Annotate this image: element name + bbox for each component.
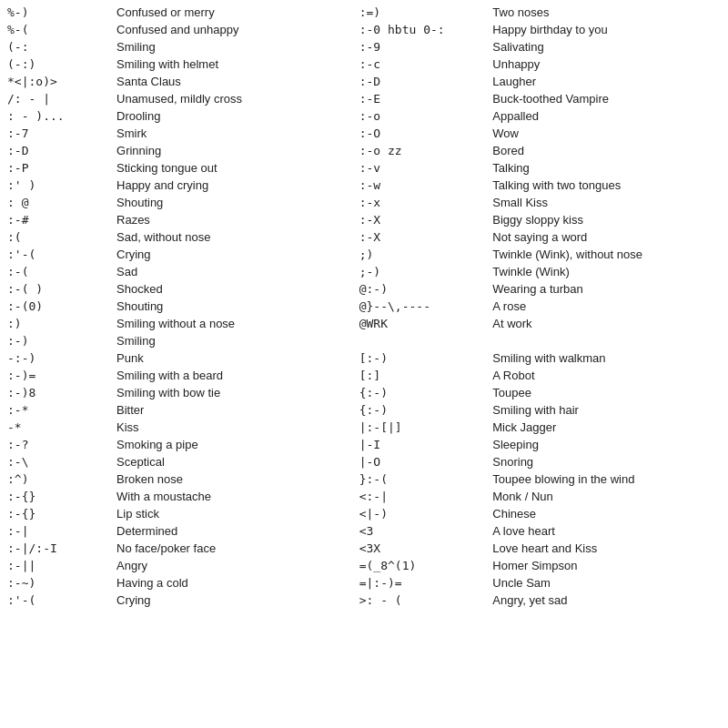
emoticon-description-left: Smoking a pipe (109, 436, 352, 453)
emoticon-symbol-right: :-O (352, 125, 486, 142)
emoticon-description-left: Confused and unhappy (109, 21, 352, 38)
emoticon-description-left: Sad, without nose (109, 228, 352, 246)
emoticon-symbol-right: :-D (352, 73, 486, 90)
table-row: :^)Broken nose}:-(Toupee blowing in the … (0, 470, 728, 488)
table-row: : @Shouting:-xSmall Kiss (0, 194, 728, 211)
emoticon-description-right: Small Kiss (485, 194, 728, 211)
emoticon-description-right: Mick Jagger (485, 419, 728, 436)
emoticon-description-left: Sceptical (109, 453, 352, 470)
emoticon-symbol-right: |:-[|] (352, 419, 486, 436)
emoticon-description-right: Snoring (485, 453, 728, 470)
emoticon-symbol-left: :-( ) (0, 280, 109, 298)
table-row: :-~)Having a cold=|:-)=Uncle Sam (0, 574, 728, 592)
emoticon-symbol-right (352, 332, 486, 349)
emoticon-symbol-right: ;-) (352, 263, 486, 280)
table-row: :-7Smirk:-OWow (0, 125, 728, 142)
emoticon-description-right: Unhappy (485, 56, 728, 73)
table-row: :-{}With a moustache<:-|Monk / Nun (0, 488, 728, 505)
emoticons-table: %-)Confused or merry:=)Two noses%-(Confu… (0, 4, 728, 609)
emoticon-symbol-left: :-{} (0, 488, 109, 505)
emoticon-description-right: Smiling with hair (485, 401, 728, 419)
emoticon-symbol-right: <:-| (352, 488, 486, 505)
emoticon-description-right: Talking (485, 159, 728, 177)
emoticon-description-left: Smiling with bow tie (109, 384, 352, 401)
emoticon-symbol-left: :( (0, 228, 109, 246)
table-row: /: - |Unamused, mildly cross:-EBuck-toot… (0, 90, 728, 107)
emoticon-symbol-left: -* (0, 419, 109, 436)
emoticon-description-left: Smiling without a nose (109, 315, 352, 332)
emoticon-description-left: No face/poker face (109, 540, 352, 557)
emoticon-description-left: Drooling (109, 107, 352, 125)
emoticon-description-left: Determined (109, 522, 352, 540)
emoticon-description-right: Toupee blowing in the wind (485, 470, 728, 488)
emoticon-symbol-left: :-~) (0, 574, 109, 592)
emoticon-description-left: Smiling with helmet (109, 56, 352, 73)
table-row: :-#Razes:-XBiggy sloppy kiss (0, 211, 728, 228)
emoticon-description-left: Having a cold (109, 574, 352, 592)
emoticon-symbol-right: :=) (352, 4, 486, 21)
emoticon-description-right: Chinese (485, 505, 728, 522)
emoticon-symbol-left: :-? (0, 436, 109, 453)
table-row: -:-)Punk[:-)Smiling with walkman (0, 349, 728, 367)
emoticon-symbol-left: %-( (0, 21, 109, 38)
table-row: :-|Determined<3A love heart (0, 522, 728, 540)
emoticon-symbol-right: >: - ( (352, 592, 486, 609)
emoticon-symbol-right: :-E (352, 90, 486, 107)
table-row: :-?Smoking a pipe|-ISleeping (0, 436, 728, 453)
emoticon-description-left: Unamused, mildly cross (109, 90, 352, 107)
emoticon-description-right (485, 332, 728, 349)
emoticon-description-right: Two noses (485, 4, 728, 21)
emoticon-description-right: Wow (485, 125, 728, 142)
emoticon-symbol-left: :-7 (0, 125, 109, 142)
emoticon-symbol-left: (-: (0, 38, 109, 56)
emoticon-symbol-left: :-| (0, 522, 109, 540)
emoticon-description-right: Monk / Nun (485, 488, 728, 505)
table-row: :-)=Smiling with a beard[:]A Robot (0, 367, 728, 384)
table-row: (-:)Smiling with helmet:-cUnhappy (0, 56, 728, 73)
emoticon-symbol-right: <|-) (352, 505, 486, 522)
emoticon-symbol-left: :-|/:-I (0, 540, 109, 557)
emoticon-symbol-right: :-x (352, 194, 486, 211)
table-row: :(Sad, without nose:-XNot saying a word (0, 228, 728, 246)
emoticon-description-left: Lip stick (109, 505, 352, 522)
emoticon-description-right: Wearing a turban (485, 280, 728, 298)
emoticon-description-right: Love heart and Kiss (485, 540, 728, 557)
emoticon-symbol-right: =(_8^(1) (352, 557, 486, 574)
emoticon-description-right: Uncle Sam (485, 574, 728, 592)
emoticon-symbol-right: @}--\,---- (352, 298, 486, 315)
emoticon-symbol-right: :-c (352, 56, 486, 73)
emoticon-symbol-right: <3 (352, 522, 486, 540)
table-row: :-(Sad;-)Twinkle (Wink) (0, 263, 728, 280)
emoticon-symbol-left: (-:) (0, 56, 109, 73)
emoticon-symbol-right: [:-) (352, 349, 486, 367)
emoticon-symbol-right: :-o zz (352, 142, 486, 159)
emoticon-description-right: Sleeping (485, 436, 728, 453)
emoticon-symbol-left: : @ (0, 194, 109, 211)
emoticon-symbol-right: :-v (352, 159, 486, 177)
emoticon-description-left: Grinning (109, 142, 352, 159)
emoticon-symbol-left: :'-( (0, 246, 109, 263)
table-row: :' )Happy and crying:-wTalking with two … (0, 177, 728, 194)
emoticon-description-right: At work (485, 315, 728, 332)
emoticon-description-right: Twinkle (Wink) (485, 263, 728, 280)
emoticon-description-right: Salivating (485, 38, 728, 56)
emoticon-description-left: Smirk (109, 125, 352, 142)
emoticon-symbol-left: :^) (0, 470, 109, 488)
emoticon-description-right: Angry, yet sad (485, 592, 728, 609)
table-row: :'-(Crying>: - (Angry, yet sad (0, 592, 728, 609)
table-row: :-{}Lip stick<|-)Chinese (0, 505, 728, 522)
table-row: -*Kiss|:-[|]Mick Jagger (0, 419, 728, 436)
emoticon-description-left: Bitter (109, 401, 352, 419)
emoticon-symbol-left: :-) (0, 332, 109, 349)
emoticon-symbol-left: *<|:o)> (0, 73, 109, 90)
emoticon-symbol-right: =|:-)= (352, 574, 486, 592)
emoticon-description-right: Happy birthday to you (485, 21, 728, 38)
emoticon-description-right: Buck-toothed Vampire (485, 90, 728, 107)
emoticon-description-right: Talking with two tongues (485, 177, 728, 194)
emoticon-symbol-left: :-{} (0, 505, 109, 522)
emoticon-description-left: With a moustache (109, 488, 352, 505)
emoticon-symbol-right: :-X (352, 228, 486, 246)
emoticon-description-right: A rose (485, 298, 728, 315)
emoticon-description-right: Smiling with walkman (485, 349, 728, 367)
emoticon-symbol-left: -:-) (0, 349, 109, 367)
